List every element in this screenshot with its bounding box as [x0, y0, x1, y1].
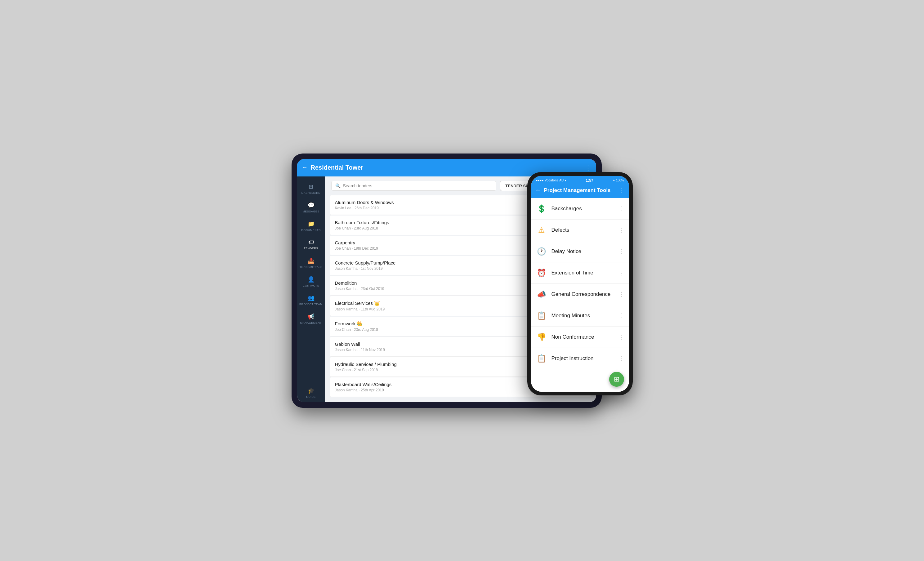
- tender-info: Aluminum Doors & Windows Kevin Lee · 26t…: [335, 200, 532, 210]
- phone-status-bar: ●●●● Vodafone AU ▾ 1:57 ✦ 100%: [531, 176, 629, 184]
- backcharges-dots-icon[interactable]: ⋮: [618, 205, 624, 212]
- non_conformance-dots-icon[interactable]: ⋮: [618, 334, 624, 340]
- phone-menu-icon[interactable]: ⋮: [619, 187, 625, 194]
- phone-time: 1:57: [586, 178, 593, 183]
- tablet-menu-icon[interactable]: ⋮: [585, 164, 591, 171]
- phone-back-button[interactable]: ←: [536, 187, 541, 194]
- tender-info: Carpentry Joe Chan · 19th Dec 2019: [335, 240, 532, 250]
- phone-item-non_conformance[interactable]: 👎 Non Conformance ⋮: [531, 327, 629, 348]
- tender-sub: Jason Kamha · 1st Nov 2019: [335, 266, 532, 271]
- defects-dots-icon[interactable]: ⋮: [618, 227, 624, 234]
- tender-info: Concrete Supply/Pump/Place Jason Kamha ·…: [335, 260, 532, 271]
- fab-button[interactable]: ⊞: [609, 372, 624, 387]
- sidebar-item-management[interactable]: 📢 MANAGEMENT: [297, 309, 325, 328]
- contacts-icon: 👤: [308, 276, 315, 283]
- tender-name: Bathroom Fixtures/Fittings: [335, 220, 532, 225]
- tender-sub: Joe Chan · 23rd Aug 2018: [335, 327, 532, 332]
- phone-item-general_correspondence[interactable]: 📣 General Correspondence ⋮: [531, 284, 629, 305]
- phone-item-extension_of_time[interactable]: ⏰ Extension of Time ⋮: [531, 262, 629, 284]
- non_conformance-icon: 👎: [536, 332, 547, 343]
- delay_notice-dots-icon[interactable]: ⋮: [618, 248, 624, 255]
- tender-sub: Jason Kamha · 25th Apr 2019: [335, 388, 532, 392]
- tender-info: Demolition Jason Kamha · 23rd Oct 2019: [335, 280, 532, 291]
- scene: ← Residential Tower ⋮ ⊞ DASHBOARD 💬 MESS…: [291, 153, 633, 408]
- sidebar: ⊞ DASHBOARD 💬 MESSAGES 📁 DOCUMENTS 🏷 TEN…: [297, 177, 325, 402]
- phone-battery: ✦ 100%: [613, 178, 624, 182]
- extension_of_time-icon: ⏰: [536, 267, 547, 279]
- phone-tools-list: 💲 Backcharges ⋮ ⚠ Defects ⋮ 🕐 Delay Noti…: [531, 198, 629, 392]
- project_instruction-icon: 📋: [536, 353, 547, 364]
- tender-sub: Jason Kamha · 23rd Oct 2019: [335, 286, 532, 291]
- phone-item-delay_notice[interactable]: 🕐 Delay Notice ⋮: [531, 241, 629, 262]
- tender-sub: Joe Chan · 21st Sep 2018: [335, 368, 532, 372]
- messages-icon: 💬: [308, 202, 315, 209]
- tender-name: Hydraulic Services / Plumbing: [335, 362, 532, 367]
- sidebar-item-transmittals[interactable]: 📤 TRANSMITTALS: [297, 254, 325, 272]
- tender-sub: Joe Chan · 23rd Aug 2018: [335, 226, 532, 230]
- phone-screen: ●●●● Vodafone AU ▾ 1:57 ✦ 100% ← Project…: [531, 176, 629, 392]
- phone-header: ← Project Management Tools ⋮: [531, 184, 629, 198]
- sidebar-label-tenders: TENDERS: [304, 247, 318, 250]
- sidebar-item-dashboard[interactable]: ⊞ DASHBOARD: [297, 180, 325, 198]
- phone-item-project_instruction[interactable]: 📋 Project Instruction ⋮: [531, 348, 629, 369]
- tender-name: Concrete Supply/Pump/Place: [335, 260, 532, 266]
- tender-info: Gabion Wall Jason Kamha · 11th Nov 2019: [335, 342, 532, 352]
- search-box[interactable]: 🔍: [331, 181, 496, 191]
- tender-info: Plasterboard Walls/Ceilings Jason Kamha …: [335, 382, 532, 392]
- extension_of_time-dots-icon[interactable]: ⋮: [618, 270, 624, 276]
- tender-info: Electrical Services 👑 Jason Kamha · 11th…: [335, 300, 532, 311]
- tender-name: Carpentry: [335, 240, 532, 245]
- defects-label: Defects: [552, 227, 614, 233]
- backcharges-icon: 💲: [536, 203, 547, 214]
- defects-icon: ⚠: [536, 225, 547, 236]
- tenders-icon: 🏷: [308, 239, 314, 246]
- phone-item-defects[interactable]: ⚠ Defects ⋮: [531, 219, 629, 241]
- meeting_minutes-dots-icon[interactable]: ⋮: [618, 312, 624, 319]
- search-icon: 🔍: [335, 183, 340, 188]
- guide-icon: 🎓: [308, 387, 315, 394]
- delay_notice-label: Delay Notice: [552, 248, 614, 255]
- tender-info: Formwork 👑 Joe Chan · 23rd Aug 2018: [335, 321, 532, 332]
- tablet-back-button[interactable]: ←: [302, 164, 308, 171]
- tender-info: Bathroom Fixtures/Fittings Joe Chan · 23…: [335, 220, 532, 230]
- sidebar-item-guide[interactable]: 🎓 GUIDE: [297, 384, 325, 402]
- sidebar-item-project-team[interactable]: 👥 PROJECT TEAM: [297, 291, 325, 309]
- project_instruction-label: Project Instruction: [552, 356, 614, 362]
- general_correspondence-label: General Correspondence: [552, 291, 614, 297]
- sidebar-item-contacts[interactable]: 👤 CONTACTS: [297, 272, 325, 291]
- tender-name: Formwork 👑: [335, 321, 532, 327]
- sidebar-label-project-team: PROJECT TEAM: [299, 303, 322, 306]
- project_instruction-dots-icon[interactable]: ⋮: [618, 355, 624, 362]
- tender-name: Gabion Wall: [335, 342, 532, 347]
- documents-icon: 📁: [308, 220, 315, 227]
- tender-name: Plasterboard Walls/Ceilings: [335, 382, 532, 387]
- general_correspondence-icon: 📣: [536, 289, 547, 300]
- tender-info: Hydraulic Services / Plumbing Joe Chan ·…: [335, 362, 532, 372]
- management-icon: 📢: [308, 313, 315, 320]
- sidebar-label-messages: MESSAGES: [302, 210, 320, 213]
- meeting_minutes-label: Meeting Minutes: [552, 313, 614, 319]
- phone-carrier: ●●●● Vodafone AU ▾: [536, 178, 567, 182]
- tender-sub: Kevin Lee · 26th Dec 2019: [335, 206, 532, 210]
- dashboard-icon: ⊞: [309, 183, 313, 190]
- sidebar-label-dashboard: DASHBOARD: [302, 191, 321, 195]
- sidebar-label-guide: GUIDE: [306, 395, 316, 399]
- general_correspondence-dots-icon[interactable]: ⋮: [618, 291, 624, 298]
- tender-name: Electrical Services 👑: [335, 300, 532, 306]
- project-team-icon: 👥: [308, 295, 315, 302]
- sidebar-label-documents: DOCUMENTS: [301, 228, 321, 232]
- extension_of_time-label: Extension of Time: [552, 270, 614, 276]
- sidebar-item-messages[interactable]: 💬 MESSAGES: [297, 198, 325, 217]
- phone-title: Project Management Tools: [544, 187, 619, 194]
- delay_notice-icon: 🕐: [536, 246, 547, 257]
- meeting_minutes-icon: 📋: [536, 310, 547, 321]
- search-input[interactable]: [343, 183, 492, 188]
- tender-sub: Jason Kamha · 11th Aug 2019: [335, 307, 532, 311]
- phone-item-meeting_minutes[interactable]: 📋 Meeting Minutes ⋮: [531, 305, 629, 327]
- sidebar-item-tenders[interactable]: 🏷 TENDERS: [297, 236, 325, 254]
- non_conformance-label: Non Conformance: [552, 334, 614, 340]
- phone-item-backcharges[interactable]: 💲 Backcharges ⋮: [531, 198, 629, 219]
- sidebar-item-documents[interactable]: 📁 DOCUMENTS: [297, 217, 325, 236]
- transmittals-icon: 📤: [308, 257, 315, 264]
- tender-sub: Joe Chan · 19th Dec 2019: [335, 246, 532, 250]
